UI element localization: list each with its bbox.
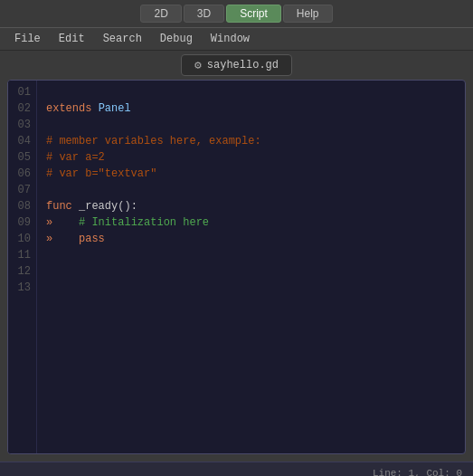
- code-line-10: » pass: [46, 231, 456, 247]
- menu-debug[interactable]: Debug: [151, 31, 202, 47]
- tab-bar: ⚙ sayhello.gd: [0, 51, 473, 80]
- tab-3d[interactable]: 3D: [184, 5, 224, 23]
- code-line-9: » # Initalization here: [46, 214, 456, 231]
- code-line-13: [46, 280, 456, 296]
- code-line-8: func _ready():: [46, 198, 456, 214]
- line-num: 12: [15, 263, 31, 280]
- app-window: 2D 3D Script Help File Edit Search Debug…: [0, 0, 473, 476]
- code-line-6: # var b="textvar": [46, 166, 456, 182]
- code-line-11: [46, 247, 456, 263]
- status-bar: Line: 1, Col: 0: [0, 462, 473, 476]
- line-num: 07: [15, 182, 31, 198]
- code-editor[interactable]: extends Panel # member variables here, e…: [37, 81, 465, 453]
- line-num: 09: [15, 214, 31, 231]
- code-line-5: # var a=2: [46, 149, 456, 166]
- line-num: 01: [15, 84, 31, 100]
- code-line-7: [46, 182, 456, 198]
- code-line-2: extends Panel: [46, 100, 456, 117]
- tab-script[interactable]: Script: [226, 5, 281, 23]
- gear-icon: ⚙: [194, 58, 202, 72]
- editor-body: 01 02 03 04 05 06 07 08 09 10 11 12 13 e…: [8, 81, 465, 453]
- line-num: 08: [15, 198, 31, 214]
- file-tab[interactable]: ⚙ sayhello.gd: [181, 54, 292, 76]
- line-num: 02: [15, 100, 31, 117]
- code-line-3: [46, 117, 456, 133]
- line-num: 05: [15, 149, 31, 166]
- editor-container: 01 02 03 04 05 06 07 08 09 10 11 12 13 e…: [7, 80, 466, 454]
- line-num: 03: [15, 117, 31, 133]
- tab-2d[interactable]: 2D: [140, 5, 181, 23]
- top-menu-bar: 2D 3D Script Help: [0, 0, 473, 27]
- file-menu-bar: File Edit Search Debug Window: [0, 27, 473, 51]
- line-num: 10: [15, 231, 31, 247]
- menu-search[interactable]: Search: [94, 31, 151, 47]
- tab-label: sayhello.gd: [207, 59, 279, 71]
- code-line-1: [46, 84, 456, 100]
- line-num: 04: [15, 133, 31, 149]
- line-num: 11: [15, 247, 31, 263]
- tab-help[interactable]: Help: [283, 5, 333, 23]
- menu-window[interactable]: Window: [202, 31, 259, 47]
- menu-edit[interactable]: Edit: [50, 31, 94, 47]
- line-num: 06: [15, 166, 31, 182]
- code-line-4: # member variables here, example:: [46, 133, 456, 149]
- menu-file[interactable]: File: [5, 31, 50, 47]
- line-num: 13: [15, 280, 31, 296]
- line-numbers: 01 02 03 04 05 06 07 08 09 10 11 12 13: [8, 81, 37, 453]
- status-text: Line: 1, Col: 0: [373, 468, 462, 477]
- code-line-12: [46, 263, 456, 280]
